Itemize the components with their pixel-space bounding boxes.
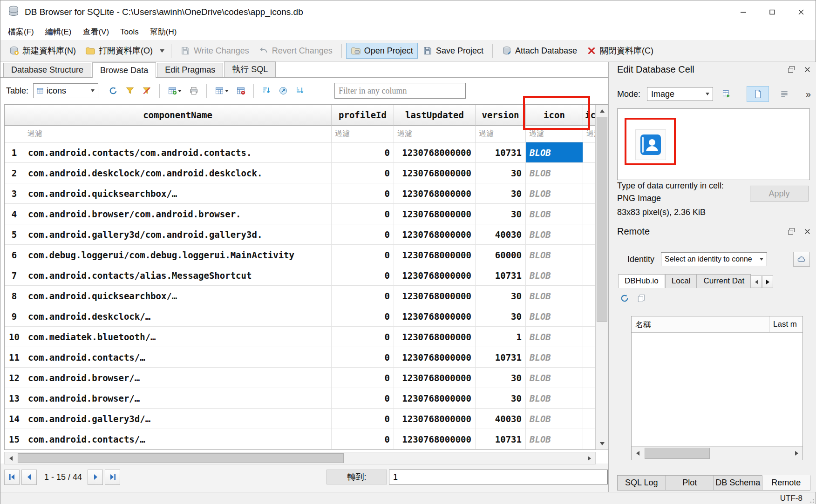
- cell-lastUpdated[interactable]: 1230768000000: [394, 306, 476, 327]
- cell-componentName[interactable]: com.mediatek.bluetooth/…: [24, 327, 332, 347]
- cell-version[interactable]: 30: [476, 163, 526, 183]
- refresh-table-button[interactable]: [105, 82, 122, 99]
- cell-lastUpdated[interactable]: 1230768000000: [394, 327, 476, 347]
- cell-icon-blob[interactable]: BLOB: [526, 286, 583, 306]
- column-header-profileId[interactable]: profileId: [332, 105, 394, 126]
- cell-profileId[interactable]: 0: [332, 183, 394, 204]
- cell-partial[interactable]: [583, 368, 595, 388]
- cell-icon-blob[interactable]: BLOB: [526, 327, 583, 347]
- open-project-button[interactable]: Open Project: [346, 43, 418, 59]
- cell-profileId[interactable]: 0: [332, 306, 394, 327]
- cell-lastUpdated[interactable]: 1230768000000: [394, 163, 476, 183]
- scroll-left-button[interactable]: [5, 452, 17, 464]
- cell-partial[interactable]: [583, 163, 595, 183]
- open-database-dropdown[interactable]: [157, 47, 167, 55]
- revert-changes-button[interactable]: Revert Changes: [254, 43, 337, 59]
- row-number[interactable]: 9: [5, 306, 24, 327]
- cell-icon-blob[interactable]: BLOB: [526, 368, 583, 388]
- scroll-left-button[interactable]: [632, 447, 644, 460]
- cell-lastUpdated[interactable]: 1230768000000: [394, 409, 476, 429]
- goto-record-input[interactable]: [389, 470, 608, 484]
- cell-profileId[interactable]: 0: [332, 429, 394, 450]
- cell-icon-blob[interactable]: BLOB: [526, 409, 583, 429]
- resize-grip[interactable]: [808, 497, 815, 504]
- cell-icon-blob[interactable]: BLOB: [526, 306, 583, 327]
- toolbar-overflow-chevron[interactable]: »: [806, 89, 810, 100]
- cell-version[interactable]: 10731: [476, 265, 526, 286]
- cell-profileId[interactable]: 0: [332, 265, 394, 286]
- row-number[interactable]: 8: [5, 286, 24, 306]
- horizontal-scrollbar[interactable]: [4, 452, 596, 464]
- cell-lastUpdated[interactable]: 1230768000000: [394, 429, 476, 450]
- close-button[interactable]: [787, 0, 816, 24]
- table-select[interactable]: icons: [33, 83, 98, 98]
- tab-execute-sql[interactable]: 執行 SQL: [224, 61, 276, 77]
- cell-version[interactable]: 40030: [476, 409, 526, 429]
- remote-horizontal-scrollbar[interactable]: [632, 446, 802, 460]
- menu-tools[interactable]: Tools: [115, 24, 144, 40]
- cell-lastUpdated[interactable]: 1230768000000: [394, 224, 476, 245]
- float-panel-button[interactable]: [786, 226, 797, 236]
- cell-partial[interactable]: [583, 245, 595, 265]
- cell-lastUpdated[interactable]: 1230768000000: [394, 204, 476, 224]
- cell-lastUpdated[interactable]: 1230768000000: [394, 245, 476, 265]
- sort-ascending-button[interactable]: [258, 82, 275, 99]
- remote-column-last-modified[interactable]: Last m: [769, 316, 802, 332]
- tab-edit-pragmas[interactable]: Edit Pragmas: [157, 63, 223, 77]
- sort-descending-button[interactable]: [292, 82, 308, 99]
- tab-plot[interactable]: Plot: [666, 475, 714, 491]
- insert-record-button[interactable]: [211, 82, 232, 99]
- horizontal-scroll-thumb[interactable]: [18, 453, 344, 463]
- scroll-right-button[interactable]: [583, 452, 595, 464]
- cell-componentName[interactable]: com.android.quicksearchbox/…: [24, 183, 332, 204]
- cell-componentName[interactable]: com.debug.loggerui/com.debug.loggerui.Ma…: [24, 245, 332, 265]
- save-project-button[interactable]: Save Project: [418, 43, 488, 59]
- cell-componentName[interactable]: com.android.contacts/com.android.contact…: [24, 142, 332, 163]
- cell-lastUpdated[interactable]: 1230768000000: [394, 183, 476, 204]
- cell-profileId[interactable]: 0: [332, 388, 394, 409]
- close-panel-button[interactable]: [802, 226, 813, 236]
- cell-profileId[interactable]: 0: [332, 163, 394, 183]
- filter-cell-version[interactable]: 過濾: [476, 126, 526, 142]
- cell-partial[interactable]: [583, 286, 595, 306]
- cell-icon-blob[interactable]: BLOB: [526, 142, 583, 163]
- cell-componentName[interactable]: com.android.contacts/…: [24, 347, 332, 368]
- close-panel-button[interactable]: [802, 64, 813, 74]
- cell-icon-blob[interactable]: BLOB: [526, 245, 583, 265]
- cell-icon-blob[interactable]: BLOB: [526, 224, 583, 245]
- cell-version[interactable]: 30: [476, 204, 526, 224]
- horizontal-scroll-track[interactable]: [17, 452, 583, 464]
- cell-profileId[interactable]: 0: [332, 327, 394, 347]
- cell-profileId[interactable]: 0: [332, 245, 394, 265]
- row-number[interactable]: 15: [5, 429, 24, 450]
- cell-componentName[interactable]: com.android.quicksearchbox/…: [24, 286, 332, 306]
- last-page-button[interactable]: [105, 470, 120, 485]
- remote-column-name[interactable]: 名稱: [632, 316, 769, 332]
- cell-partial[interactable]: [583, 204, 595, 224]
- vertical-scrollbar[interactable]: [595, 105, 608, 450]
- filter-cell-profileId[interactable]: 過濾: [332, 126, 394, 142]
- tab-database-structure[interactable]: Database Structure: [3, 63, 91, 77]
- row-number[interactable]: 2: [5, 163, 24, 183]
- cell-partial[interactable]: [583, 265, 595, 286]
- cell-profileId[interactable]: 0: [332, 204, 394, 224]
- cell-partial[interactable]: [583, 224, 595, 245]
- float-panel-button[interactable]: [786, 64, 797, 74]
- cell-icon-blob[interactable]: BLOB: [526, 388, 583, 409]
- cell-lastUpdated[interactable]: 1230768000000: [394, 347, 476, 368]
- remote-refresh-button[interactable]: [620, 294, 629, 303]
- scroll-thumb[interactable]: [645, 448, 710, 459]
- cell-componentName[interactable]: com.android.contacts/…: [24, 429, 332, 450]
- row-number[interactable]: 7: [5, 265, 24, 286]
- remote-tab-current-database[interactable]: Current Dat: [697, 274, 751, 288]
- row-number[interactable]: 1: [5, 142, 24, 163]
- cell-lastUpdated[interactable]: 1230768000000: [394, 142, 476, 163]
- cell-version[interactable]: 10731: [476, 142, 526, 163]
- cell-componentName[interactable]: com.android.browser/…: [24, 368, 332, 388]
- cell-partial[interactable]: [583, 388, 595, 409]
- tab-remote[interactable]: Remote: [762, 475, 811, 491]
- filter-all-input[interactable]: [334, 83, 466, 99]
- cell-partial[interactable]: [583, 347, 595, 368]
- vertical-scroll-track[interactable]: [596, 117, 608, 437]
- cell-componentName[interactable]: com.android.contacts/alias.MessageShortc…: [24, 265, 332, 286]
